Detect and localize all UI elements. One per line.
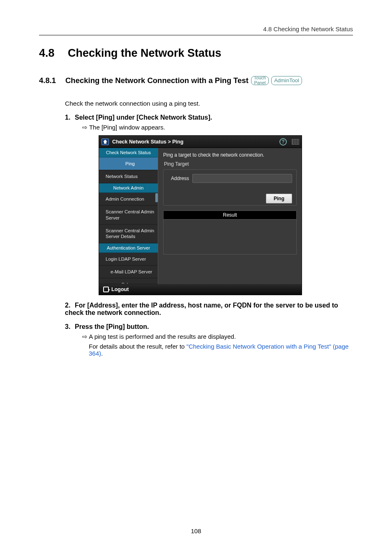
section-title: Checking the Network Status [68, 47, 221, 59]
subsection-title: Checking the Network Connection with a P… [65, 76, 249, 85]
step-1-number: 1. [65, 114, 75, 121]
sidebar-item-schema[interactable]: Schema [99, 278, 158, 284]
logout-button[interactable]: Logout [99, 284, 302, 295]
subsection-number: 4.8.1 [39, 76, 63, 85]
help-icon[interactable]: ? [279, 138, 287, 146]
subsection-heading: 4.8.1 Checking the Network Connection wi… [0, 60, 392, 85]
step-1-result: The [Ping] window appears. [0, 121, 392, 131]
ping-target-fieldset: Address Ping [163, 169, 297, 206]
home-icon[interactable] [101, 139, 109, 145]
page-number: 108 [0, 527, 392, 534]
sidebar-item-admin-connection[interactable]: Admin Connection [99, 193, 158, 206]
window-titlebar: Check Network Status > Ping ? [99, 136, 302, 148]
touch-panel-badge: Touch Panel [251, 76, 269, 85]
address-label: Address [168, 176, 189, 181]
ping-target-label: Ping Target [163, 161, 297, 167]
touch-badge-line1: Touch [254, 76, 266, 81]
section-heading: 4.8Checking the Network Status [0, 35, 392, 60]
touch-badge-line2: Panel [254, 81, 265, 86]
step-1: 1.Select [Ping] under [Check Network Sta… [0, 107, 392, 121]
sidebar-header-check-network: Check Network Status [99, 148, 158, 157]
section-number: 4.8 [39, 47, 68, 60]
step-3b-prefix: For details about the result, refer to [89, 343, 187, 350]
sidebar-item-scanner-central-admin[interactable]: Scanner Central Admin Server [99, 206, 158, 224]
admintool-badge: AdminTool [271, 76, 302, 85]
result-box [163, 219, 297, 254]
sidebar-header-network-admin: Network Admin [99, 183, 158, 193]
step-2-text: For [Address], enter the IP address, hos… [65, 302, 338, 316]
logout-icon [103, 287, 109, 292]
keypad-icon[interactable] [292, 139, 299, 145]
step-2-number: 2. [65, 302, 75, 309]
window-body: Check Network Status Ping Network Status… [99, 148, 302, 284]
running-head: 4.8 Checking the Network Status [0, 0, 392, 32]
content-description: Ping a target to check the network conne… [163, 152, 297, 158]
result-header: Result [163, 210, 297, 219]
intro-text: Check the network connection using a pin… [0, 85, 392, 107]
step-2: 2.For [Address], enter the IP address, h… [0, 295, 392, 317]
step-3: 3.Press the [Ping] button. [0, 317, 392, 331]
step-3-result-a: A ping test is performed and the results… [0, 331, 392, 340]
sidebar-item-network-status[interactable]: Network Status [99, 170, 158, 183]
address-input[interactable] [192, 174, 292, 183]
step-3-result-b: For details about the result, refer to "… [0, 340, 392, 357]
step-3-text: Press the [Ping] button. [75, 323, 149, 330]
content-pane: Ping a target to check the network conne… [158, 148, 302, 284]
step-3-number: 3. [65, 323, 75, 331]
step-1-text: Select [Ping] under [Check Network Statu… [75, 114, 212, 121]
sidebar-item-email-ldap[interactable]: e-Mail LDAP Server [99, 266, 158, 278]
sidebar-header-auth-server: Authentication Server [99, 243, 158, 253]
ping-window: Check Network Status > Ping ? Check Netw… [99, 135, 302, 295]
sidebar-item-scanner-central-details[interactable]: Scanner Central Admin Server Details [99, 224, 158, 243]
sidebar-item-login-ldap[interactable]: Login LDAP Server [99, 253, 158, 266]
step-3b-suffix: . [101, 350, 103, 357]
logout-label: Logout [111, 287, 129, 292]
sidebar-item-ping[interactable]: Ping [99, 157, 158, 170]
sidebar: Check Network Status Ping Network Status… [99, 148, 158, 284]
breadcrumb: Check Network Status > Ping [112, 139, 276, 145]
screenshot-figure: Check Network Status > Ping ? Check Netw… [0, 131, 392, 295]
ping-button[interactable]: Ping [266, 194, 292, 204]
sidebar-scrollbar-thumb[interactable] [155, 193, 158, 202]
